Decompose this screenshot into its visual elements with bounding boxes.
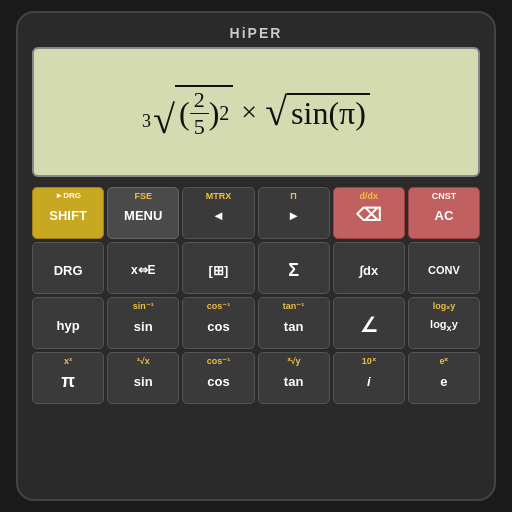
cos-label: cos: [207, 374, 229, 389]
menu-sublabel: FSE: [108, 191, 178, 201]
shift-sublabel: ►DRG: [33, 191, 103, 200]
logy-button[interactable]: logₓy logxy: [408, 297, 480, 349]
cos-inv-label: cos: [207, 319, 229, 334]
menu-label: MENU: [124, 208, 162, 223]
button-row-2: hyp sin⁻¹ sin cos⁻¹ cos tan⁻¹ tan ∠ logₓ…: [32, 297, 480, 349]
integral-label: ∫dx: [359, 263, 378, 278]
calculator: HiPER 3 √ ( 2 5 ) 2 ×: [16, 11, 496, 501]
right-sublabel: Π: [259, 191, 329, 201]
sigma-button[interactable]: Σ: [258, 242, 330, 294]
drg-button[interactable]: DRG: [32, 242, 104, 294]
pi-sublabel: x³: [33, 356, 103, 366]
buttons-area: ►DRG SHIFT FSE MENU MTRX ◄ Π ► d/dx ⌫ CN…: [32, 187, 480, 404]
matrix-label: [⊞]: [209, 263, 229, 278]
left-button[interactable]: MTRX ◄: [182, 187, 254, 239]
integral-button[interactable]: ∫dx: [333, 242, 405, 294]
left-label: ◄: [212, 208, 225, 223]
button-row-1: DRG x⇔E [⊞] Σ ∫dx CONV: [32, 242, 480, 294]
sigma-label: Σ: [288, 260, 299, 281]
pi-label: π: [61, 371, 75, 392]
right-label: ►: [287, 208, 300, 223]
tan-inv-label: tan: [284, 319, 304, 334]
button-row-3: x³ π ³√x sin cos⁻¹ cos ˣ√y tan 10ˣ i eˣ …: [32, 352, 480, 404]
cos-button[interactable]: cos⁻¹ cos: [182, 352, 254, 404]
pi-button[interactable]: x³ π: [32, 352, 104, 404]
hyp-button[interactable]: hyp: [32, 297, 104, 349]
e-button[interactable]: eˣ e: [408, 352, 480, 404]
imag-button[interactable]: 10ˣ i: [333, 352, 405, 404]
right-button[interactable]: Π ►: [258, 187, 330, 239]
button-row-0: ►DRG SHIFT FSE MENU MTRX ◄ Π ► d/dx ⌫ CN…: [32, 187, 480, 239]
angle-button[interactable]: ∠: [333, 297, 405, 349]
sin-sublabel: ³√x: [108, 356, 178, 366]
left-sublabel: MTRX: [183, 191, 253, 201]
display-expression: 3 √ ( 2 5 ) 2 × √ s: [142, 85, 370, 140]
angle-label: ∠: [360, 313, 378, 337]
conv-button[interactable]: CONV: [408, 242, 480, 294]
tan-button[interactable]: ˣ√y tan: [258, 352, 330, 404]
backspace-button[interactable]: d/dx ⌫: [333, 187, 405, 239]
cos-inv-button[interactable]: cos⁻¹ cos: [182, 297, 254, 349]
cos-sublabel: cos⁻¹: [183, 356, 253, 366]
tan-label: tan: [284, 374, 304, 389]
imag-label: i: [367, 374, 371, 389]
ac-sublabel: CNST: [409, 191, 479, 201]
backspace-label: ⌫: [356, 204, 381, 226]
conv-label: CONV: [428, 264, 460, 276]
app-title: HiPER: [32, 25, 480, 41]
e-label: e: [440, 374, 447, 389]
sin-inv-button[interactable]: sin⁻¹ sin: [107, 297, 179, 349]
shift-label: SHIFT: [49, 208, 87, 223]
cos-inv-sublabel: cos⁻¹: [183, 301, 253, 311]
ac-button[interactable]: CNST AC: [408, 187, 480, 239]
drg-label: DRG: [54, 263, 83, 278]
sin-label: sin: [134, 374, 153, 389]
sin-inv-label: sin: [134, 319, 153, 334]
imag-sublabel: 10ˣ: [334, 356, 404, 366]
menu-button[interactable]: FSE MENU: [107, 187, 179, 239]
display-screen: 3 √ ( 2 5 ) 2 × √ s: [32, 47, 480, 177]
e-sublabel: eˣ: [409, 356, 479, 366]
logy-sublabel: logₓy: [409, 301, 479, 311]
tan-inv-button[interactable]: tan⁻¹ tan: [258, 297, 330, 349]
ac-label: AC: [435, 208, 454, 223]
square-root: √ sin(π): [265, 92, 370, 132]
logy-label: logxy: [430, 318, 458, 333]
shift-button[interactable]: ►DRG SHIFT: [32, 187, 104, 239]
tan-inv-sublabel: tan⁻¹: [259, 301, 329, 311]
xhe-button[interactable]: x⇔E: [107, 242, 179, 294]
tan-sublabel: ˣ√y: [259, 356, 329, 366]
sin-inv-sublabel: sin⁻¹: [108, 301, 178, 311]
hyp-label: hyp: [57, 318, 80, 333]
backspace-sublabel: d/dx: [334, 191, 404, 201]
cube-root: 3 √ ( 2 5 ) 2: [142, 85, 233, 140]
sin-button[interactable]: ³√x sin: [107, 352, 179, 404]
matrix-button[interactable]: [⊞]: [182, 242, 254, 294]
xhe-label: x⇔E: [131, 263, 156, 277]
